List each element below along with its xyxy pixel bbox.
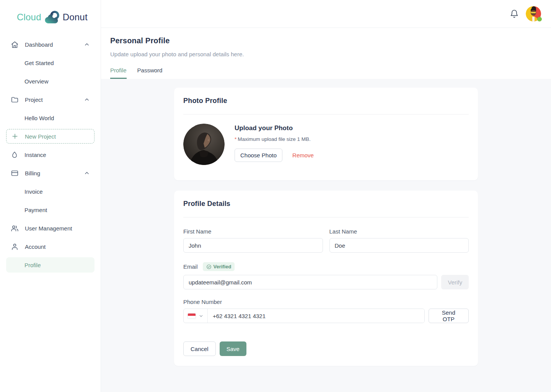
divider: [183, 217, 469, 217]
sidebar-item-label: Profile: [24, 262, 41, 268]
chevron-down-icon: [199, 314, 204, 318]
phone-number-field[interactable]: [208, 309, 424, 323]
divider: [183, 114, 469, 114]
main-area: Personal Profile Update upload your phot…: [101, 0, 551, 392]
brand-word-donut: Donut: [63, 12, 88, 23]
sidebar-item-overview[interactable]: Overview: [6, 72, 95, 90]
plus-icon: [11, 132, 19, 140]
sidebar-item-label: Payment: [24, 207, 47, 213]
user-icon: [11, 243, 19, 251]
chevron-up-icon: [84, 41, 90, 47]
credit-card-icon: [11, 169, 19, 177]
sidebar-item-profile[interactable]: Profile: [6, 257, 95, 273]
bell-icon[interactable]: [510, 9, 519, 18]
sidebar-item-label: Overview: [24, 78, 49, 85]
sidebar: Cloud Donut Dashboard: [0, 0, 101, 392]
sidebar-item-hello-world[interactable]: Hello World: [6, 109, 95, 127]
sidebar-item-label: Invoice: [24, 188, 43, 195]
save-button[interactable]: Save: [220, 341, 246, 356]
first-name-label: First Name: [183, 228, 323, 235]
required-asterisk: *: [235, 136, 236, 142]
sidebar-item-label: Hello World: [24, 115, 54, 121]
sidebar-item-instance[interactable]: Instance: [6, 145, 95, 164]
sidebar-item-label: New Project: [25, 133, 56, 140]
country-code-select[interactable]: [184, 309, 208, 323]
sidebar-item-label: User Management: [25, 225, 72, 232]
user-avatar[interactable]: [526, 6, 541, 21]
droplet-icon: [11, 151, 18, 158]
folder-icon: [11, 96, 19, 104]
sidebar-item-invoice[interactable]: Invoice: [6, 182, 95, 201]
sidebar-item-payment[interactable]: Payment: [6, 201, 95, 219]
profile-details-card: Profile Details First Name Last Name Ema: [174, 191, 478, 366]
sidebar-item-dashboard[interactable]: Dashboard: [6, 35, 95, 54]
last-name-label: Last Name: [329, 228, 469, 235]
tab-profile[interactable]: Profile: [110, 67, 127, 79]
topbar: [101, 0, 551, 28]
email-field[interactable]: [183, 275, 437, 289]
details-card-title: Profile Details: [183, 200, 469, 208]
sidebar-nav: Dashboard Get Started Overview Project H…: [0, 35, 101, 274]
new-project-button[interactable]: New Project: [6, 129, 95, 144]
page-subtitle: Update upload your photo and personal de…: [110, 51, 542, 57]
sidebar-item-get-started[interactable]: Get Started: [6, 54, 95, 72]
sidebar-item-label: Project: [25, 96, 43, 103]
upload-note: *Maximum upload file size 1 MB.: [235, 136, 314, 142]
upload-note-text: Maximum upload file size 1 MB.: [238, 136, 311, 142]
sidebar-item-billing[interactable]: Billing: [6, 164, 95, 182]
phone-number-label: Phone Number: [183, 299, 469, 305]
upload-photo-heading: Upload your Photo: [235, 124, 314, 132]
sidebar-item-label: Dashboard: [25, 41, 53, 48]
last-name-field[interactable]: [329, 238, 469, 253]
online-status-dot: [537, 17, 542, 21]
home-icon: [11, 41, 19, 49]
brand-word-cloud: Cloud: [17, 12, 41, 23]
sidebar-item-user-management[interactable]: User Management: [6, 219, 95, 237]
sidebar-item-label: Billing: [25, 170, 40, 176]
photo-profile-card: Photo Profile: [174, 88, 478, 180]
verified-badge: Verified: [203, 262, 235, 271]
tab-password[interactable]: Password: [137, 67, 163, 79]
phone-input-group: [183, 309, 425, 323]
sidebar-item-account[interactable]: Account: [6, 237, 95, 256]
verify-email-button[interactable]: Verify: [441, 275, 469, 289]
page-title: Personal Profile: [110, 36, 542, 45]
brand-logo: Cloud Donut: [0, 0, 101, 27]
remove-photo-link[interactable]: Remove: [292, 152, 314, 158]
chevron-up-icon: [84, 96, 90, 103]
indonesia-flag-icon: [187, 313, 196, 319]
users-icon: [11, 224, 19, 232]
sidebar-item-label: Account: [25, 243, 46, 250]
sidebar-item-label: Instance: [24, 152, 46, 158]
email-label: Email: [183, 263, 198, 270]
send-otp-button[interactable]: Send OTP: [429, 309, 469, 323]
sidebar-item-project[interactable]: Project: [6, 90, 95, 109]
cancel-button[interactable]: Cancel: [183, 341, 216, 356]
profile-photo: [183, 124, 225, 165]
verified-badge-label: Verified: [214, 264, 231, 270]
cloud-donut-logo-icon: [44, 10, 60, 24]
tab-bar: Profile Password: [110, 67, 542, 79]
sidebar-item-label: Get Started: [24, 60, 54, 66]
choose-photo-button[interactable]: Choose Photo: [235, 149, 282, 162]
first-name-field[interactable]: [183, 238, 323, 253]
content-body: Photo Profile: [101, 79, 551, 392]
page-header: Personal Profile Update upload your phot…: [101, 28, 551, 79]
photo-card-title: Photo Profile: [183, 97, 469, 105]
chevron-up-icon: [84, 170, 90, 176]
check-circle-icon: [206, 264, 212, 270]
